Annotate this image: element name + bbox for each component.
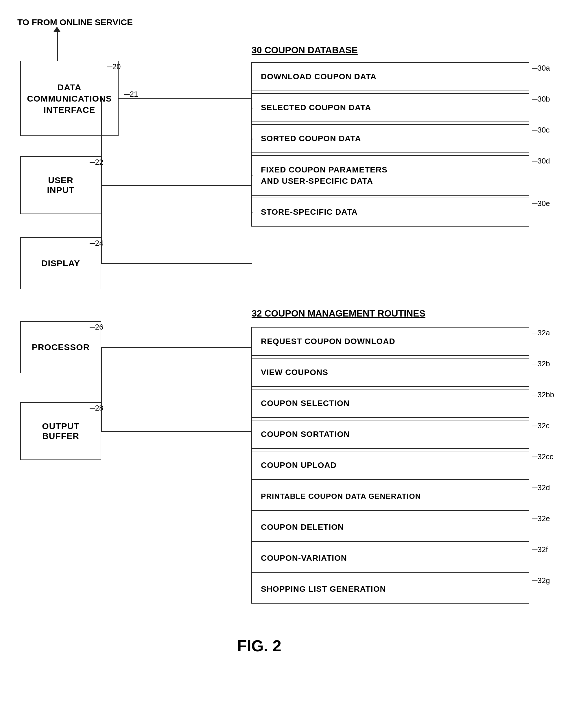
hline-db-30b [251,108,253,109]
mgmt-row-32c: COUPON SORTATION [252,420,529,449]
db-row-30a: DOWNLOAD COUPON DATA [252,62,529,91]
hline-display [101,263,252,264]
db-row-30d: FIXED COUPON PARAMETERS AND USER-SPECIFI… [252,155,529,196]
ref-20: ─20 [107,62,120,71]
mgmt-row-32d: PRINTABLE COUPON DATA GENERATION [252,482,529,511]
mgmt-32cc-label: COUPON UPLOAD [261,461,337,470]
db-row-30c: SORTED COUPON DATA [252,124,529,153]
mgmt-row-32g: SHOPPING LIST GENERATION [252,575,529,603]
db-row-30b: SELECTED COUPON DATA [252,93,529,122]
arrow-head-up [53,27,60,32]
hline-db-30c [251,139,253,140]
db-30d-label: FIXED COUPON PARAMETERS AND USER-SPECIFI… [261,164,387,187]
output-buffer-label: OUTPUT BUFFER [42,421,79,441]
processor-box: PROCESSOR [20,321,101,373]
ref-32c: ─32c [532,421,549,430]
coupon-db-label: 30 COUPON DATABASE [252,45,358,55]
ref-21: ─21 [124,90,138,99]
mgmt-32f-label: COUPON-VARIATION [261,554,347,563]
ref-32cc: ─32cc [532,452,553,461]
display-label: DISPLAY [41,258,80,268]
ref-30d: ─30d [532,157,550,166]
db-30c-label: SORTED COUPON DATA [261,134,361,143]
output-buffer-box: OUTPUT BUFFER [20,402,101,460]
ref-30b: ─30b [532,95,550,104]
hline-user-input [101,185,252,186]
ref-30e: ─30e [532,199,550,208]
ref-30a: ─30a [532,64,550,72]
mgmt-row-32cc: COUPON UPLOAD [252,451,529,480]
db-30a-label: DOWNLOAD COUPON DATA [261,72,376,81]
coupon-mgmt-label: 32 COUPON MANAGEMENT ROUTINES [252,308,425,319]
vline-left-spine [101,347,102,432]
ref-26: ─26 [90,323,103,332]
user-input-box: USER INPUT [20,156,101,214]
mgmt-row-32a: REQUEST COUPON DOWNLOAD [252,327,529,356]
data-comm-box: DATA COMMUNICATIONS INTERFACE [20,61,118,136]
display-box: DISPLAY [20,237,101,289]
vline-left-upper [101,99,102,264]
fig-label: FIG. 2 [237,636,281,655]
vline-mgmt-spine [251,327,252,603]
ref-32e: ─32e [532,514,550,523]
data-comm-label: DATA COMMUNICATIONS INTERFACE [27,81,111,116]
mgmt-32c-label: COUPON SORTATION [261,430,350,439]
hline-db-30d [251,175,253,176]
ref-32b: ─32b [532,359,550,368]
hline-mgmt-connect [101,431,252,432]
diagram: TO FROM ONLINE SERVICE DATA COMMUNICATIO… [0,0,570,728]
ref-32a: ─32a [532,328,550,337]
hline-proc-connect [101,347,252,348]
mgmt-row-32e: COUPON DELETION [252,513,529,542]
hline-db-30e [251,212,253,213]
mgmt-32bb-label: COUPON SELECTION [261,399,350,408]
mgmt-row-32f: COUPON-VARIATION [252,544,529,573]
db-30e-label: STORE-SPECIFIC DATA [261,207,358,217]
mgmt-row-32b: VIEW COUPONS [252,358,529,387]
ref-32f: ─32f [532,545,548,554]
mgmt-32e-label: COUPON DELETION [261,523,344,532]
db-row-30e: STORE-SPECIFIC DATA [252,198,529,226]
hline-db-main [118,99,252,99]
mgmt-32g-label: SHOPPING LIST GENERATION [261,584,386,594]
top-label: TO FROM ONLINE SERVICE [17,17,133,27]
arrow-line-up [57,29,58,61]
ref-30c: ─30c [532,126,549,135]
ref-32d: ─32d [532,483,550,492]
user-input-label: USER INPUT [47,175,75,195]
ref-32g: ─32g [532,576,550,585]
ref-32bb: ─32bb [532,390,554,399]
db-30b-label: SELECTED COUPON DATA [261,103,371,112]
mgmt-32a-label: REQUEST COUPON DOWNLOAD [261,337,395,346]
mgmt-32b-label: VIEW COUPONS [261,368,328,377]
mgmt-row-32bb: COUPON SELECTION [252,389,529,418]
mgmt-32d-label: PRINTABLE COUPON DATA GENERATION [261,492,421,501]
processor-label: PROCESSOR [32,342,90,352]
vline-db-spine [251,62,252,226]
